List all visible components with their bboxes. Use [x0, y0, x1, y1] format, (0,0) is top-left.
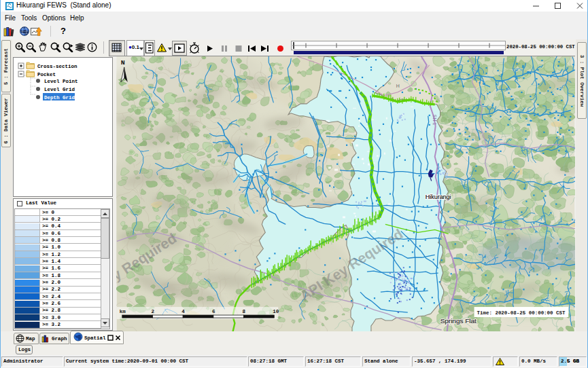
svg-text:Hikurangi: Hikurangi: [426, 194, 451, 200]
svg-text:km: km: [120, 309, 126, 314]
svg-text:2: 2: [152, 309, 155, 314]
svg-text:N: N: [121, 59, 125, 67]
svg-text:SH 1: SH 1: [432, 115, 437, 126]
svg-text:Level Point: Level Point: [44, 79, 78, 84]
svg-text:4: 4: [181, 309, 185, 314]
svg-text:H: H: [396, 84, 400, 88]
svg-text:10: 10: [273, 309, 279, 314]
svg-text:Time: 2020-08-25 00:00:00 CST: Time: 2020-08-25 00:00:00 CST: [477, 310, 566, 316]
svg-text:Level Grid: Level Grid: [44, 87, 75, 92]
svg-text:8: 8: [243, 309, 246, 314]
svg-text:Springs Flat: Springs Flat: [440, 317, 477, 325]
svg-text:6: 6: [212, 309, 215, 314]
svg-text:Pocket: Pocket: [37, 72, 56, 77]
svg-text:Depth Grid: Depth Grid: [44, 95, 75, 100]
svg-text:Cross-section: Cross-section: [37, 64, 77, 69]
